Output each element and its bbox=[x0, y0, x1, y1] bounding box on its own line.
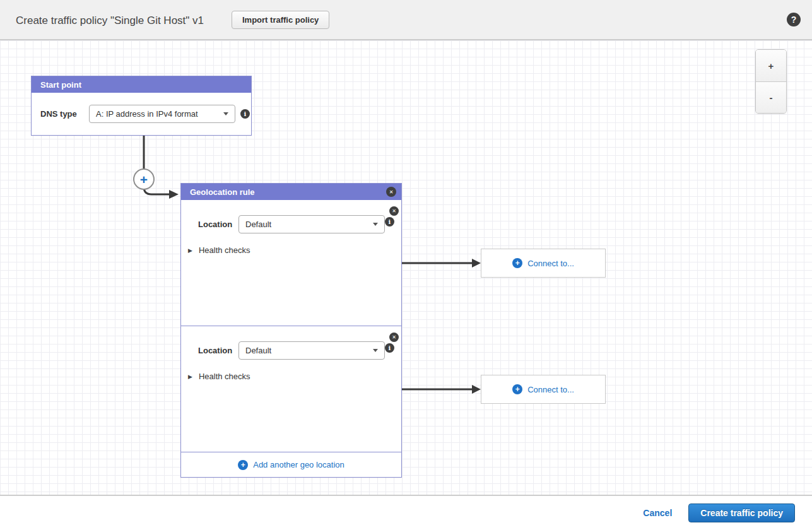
import-traffic-policy-button[interactable]: Import traffic policy bbox=[232, 11, 329, 29]
geolocation-rule-node: Geolocation rule ✕ ✕ i Location Default … bbox=[180, 183, 402, 478]
location-info-icon[interactable]: i bbox=[385, 343, 394, 353]
zoom-out-button[interactable]: - bbox=[756, 81, 786, 113]
location-label: Location bbox=[198, 346, 238, 355]
disclosure-triangle-icon: ▶ bbox=[188, 247, 192, 254]
location-field-row: Location Default bbox=[198, 215, 385, 233]
start-point-title: Start point bbox=[40, 80, 81, 90]
plus-circle-icon: + bbox=[512, 258, 522, 268]
add-rule-connector-button[interactable]: + bbox=[133, 168, 155, 190]
geo-location-section-1: ✕ i Location Default ▶ Health checks bbox=[181, 200, 401, 326]
dns-type-label: DNS type bbox=[40, 109, 89, 119]
location-info-icon[interactable]: i bbox=[385, 217, 394, 227]
disclosure-triangle-icon: ▶ bbox=[188, 374, 192, 380]
start-point-node: Start point DNS type A: IP address in IP… bbox=[31, 76, 252, 136]
connect-to-label: Connect to... bbox=[527, 259, 574, 268]
canvas-zoom-controls: + - bbox=[755, 49, 787, 114]
help-icon[interactable]: ? bbox=[787, 13, 801, 26]
geo-location-section-2: ✕ i Location Default ▶ Health checks bbox=[181, 326, 401, 452]
cancel-button[interactable]: Cancel bbox=[643, 508, 672, 518]
zoom-in-button[interactable]: + bbox=[756, 50, 786, 81]
dns-type-select[interactable]: A: IP address in IPv4 format bbox=[89, 105, 235, 123]
chevron-down-icon bbox=[373, 349, 378, 352]
location-select[interactable]: Default bbox=[238, 215, 385, 233]
create-traffic-policy-button[interactable]: Create traffic policy bbox=[688, 504, 795, 522]
geolocation-rule-title: Geolocation rule bbox=[190, 187, 255, 197]
policy-editor-canvas: + - Start point DNS type A: IP address i… bbox=[0, 40, 812, 496]
add-another-geo-location-button[interactable]: + Add another geo location bbox=[181, 452, 401, 477]
plus-circle-icon: + bbox=[512, 384, 522, 394]
start-point-body: DNS type A: IP address in IPv4 format i bbox=[32, 93, 251, 135]
dns-type-selected-value: A: IP address in IPv4 format bbox=[96, 109, 198, 119]
location-label: Location bbox=[198, 220, 238, 229]
plus-circle-icon: + bbox=[238, 460, 248, 470]
health-checks-toggle[interactable]: ▶ Health checks bbox=[188, 372, 250, 381]
remove-location-icon[interactable]: ✕ bbox=[389, 333, 399, 342]
remove-rule-icon[interactable]: ✕ bbox=[386, 187, 396, 197]
connect-to-endpoint-button-2[interactable]: + Connect to... bbox=[481, 375, 606, 404]
bottom-action-bar: Cancel Create traffic policy bbox=[0, 496, 812, 530]
location-field-row: Location Default bbox=[198, 341, 385, 360]
health-checks-toggle[interactable]: ▶ Health checks bbox=[188, 245, 250, 255]
health-checks-label: Health checks bbox=[199, 372, 250, 381]
geolocation-rule-header: Geolocation rule ✕ bbox=[181, 184, 401, 200]
location-select[interactable]: Default bbox=[238, 341, 385, 360]
connect-to-endpoint-button-1[interactable]: + Connect to... bbox=[481, 249, 606, 278]
top-header-bar: Create traffic policy "Single Git Host" … bbox=[0, 0, 812, 40]
chevron-down-icon bbox=[373, 223, 378, 226]
health-checks-label: Health checks bbox=[199, 245, 250, 255]
start-point-header: Start point bbox=[32, 76, 251, 93]
dns-type-info-icon[interactable]: i bbox=[240, 109, 250, 119]
remove-location-icon[interactable]: ✕ bbox=[389, 206, 399, 216]
add-another-geo-location-label: Add another geo location bbox=[253, 460, 344, 469]
location-selected-value: Default bbox=[245, 346, 271, 355]
chevron-down-icon bbox=[223, 112, 228, 115]
location-selected-value: Default bbox=[245, 220, 271, 229]
connect-to-label: Connect to... bbox=[527, 385, 574, 394]
page-title: Create traffic policy "Single Git Host" … bbox=[16, 15, 204, 27]
